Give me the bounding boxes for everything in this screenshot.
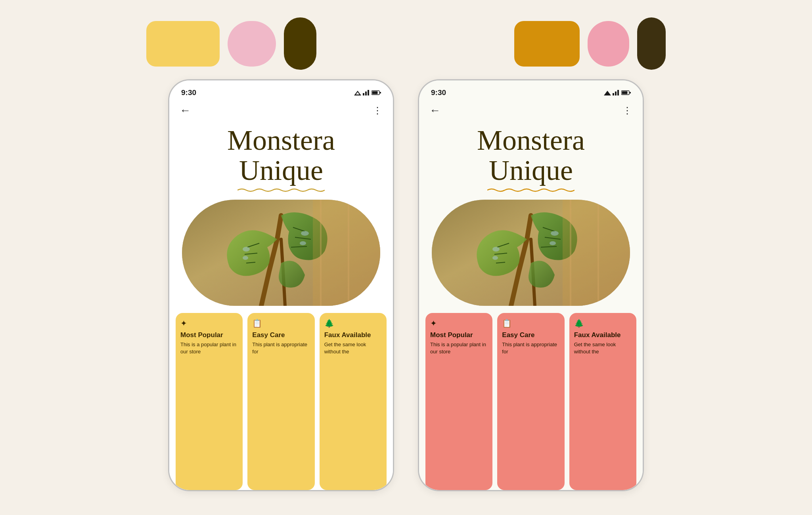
plant-image-section-right — [419, 193, 643, 306]
right-palette — [514, 17, 666, 70]
card-desc-faux-right: Get the same look without the — [574, 341, 632, 355]
card-icon-popular-right: ✦ — [430, 319, 488, 328]
back-button-right[interactable]: ← — [429, 104, 440, 117]
card-title-faux-left: Faux Available — [324, 331, 382, 339]
title-underline-left — [237, 188, 325, 193]
svg-rect-16 — [313, 200, 380, 306]
phone-left: 9:30 — [168, 79, 394, 491]
left-swatch-1 — [146, 21, 220, 67]
card-desc-care-left: This plant is appropriate for — [252, 341, 310, 355]
card-icon-care-right: 📋 — [502, 319, 559, 328]
svg-rect-2 — [363, 93, 364, 95]
left-palette — [146, 17, 316, 70]
wifi-icon-left — [354, 90, 361, 95]
wifi-icon-right — [604, 90, 611, 95]
card-title-care-right: Easy Care — [502, 331, 559, 339]
nav-bar-left[interactable]: ← ⋮ — [169, 100, 393, 119]
signal-icon-right — [613, 90, 620, 95]
card-icon-popular-left: ✦ — [180, 319, 238, 328]
back-button-left[interactable]: ← — [180, 104, 191, 117]
right-swatch-3 — [637, 17, 666, 70]
card-most-popular-left: ✦ Most Popular This is a popular plant i… — [176, 313, 243, 490]
card-title-popular-right: Most Popular — [430, 331, 488, 339]
svg-rect-32 — [563, 200, 630, 306]
page-container: 9:30 — [0, 0, 812, 515]
svg-point-26 — [551, 231, 559, 236]
card-most-popular-right: ✦ Most Popular This is a popular plant i… — [425, 313, 492, 490]
card-desc-faux-left: Get the same look without the — [324, 341, 382, 355]
nav-bar-right[interactable]: ← ⋮ — [419, 100, 643, 119]
left-swatch-2 — [228, 21, 276, 67]
svg-rect-20 — [617, 90, 619, 95]
battery-icon-right — [621, 90, 631, 95]
svg-point-29 — [492, 256, 498, 260]
phones-row: 9:30 — [0, 79, 812, 515]
plant-image-container-right — [432, 200, 630, 306]
battery-icon-left — [372, 90, 381, 95]
card-title-faux-right: Faux Available — [574, 331, 632, 339]
svg-point-28 — [492, 247, 500, 252]
svg-rect-19 — [615, 92, 617, 95]
time-left: 9:30 — [181, 88, 196, 97]
more-menu-left[interactable]: ⋮ — [373, 105, 383, 116]
right-swatch-2 — [588, 21, 629, 67]
card-faux-right: 🌲 Faux Available Get the same look witho… — [569, 313, 636, 490]
card-easy-care-right: 📋 Easy Care This plant is appropriate fo… — [497, 313, 564, 490]
swatches-row — [0, 0, 812, 79]
more-menu-right[interactable]: ⋮ — [622, 105, 632, 116]
svg-rect-6 — [372, 92, 378, 94]
svg-rect-7 — [380, 92, 381, 93]
status-icons-right — [604, 90, 631, 95]
right-swatch-1 — [514, 21, 580, 67]
svg-point-10 — [301, 231, 309, 236]
phone-right: 9:30 — [418, 79, 644, 491]
title-underline-right — [487, 188, 575, 193]
svg-point-11 — [300, 241, 306, 245]
card-icon-faux-right: 🌲 — [574, 319, 632, 328]
svg-rect-22 — [622, 92, 628, 94]
card-easy-care-left: 📋 Easy Care This plant is appropriate fo… — [247, 313, 314, 490]
status-bar-right: 9:30 — [419, 80, 643, 100]
plant-image-container-left — [182, 200, 380, 306]
card-desc-popular-left: This is a popular plant in our store — [180, 341, 238, 355]
cards-section-left: ✦ Most Popular This is a popular plant i… — [169, 306, 393, 490]
card-icon-faux-left: 🌲 — [324, 319, 382, 328]
svg-rect-4 — [368, 90, 369, 95]
card-faux-left: 🌲 Faux Available Get the same look witho… — [320, 313, 387, 490]
status-icons-left — [354, 90, 381, 95]
svg-rect-18 — [613, 93, 614, 95]
card-title-care-left: Easy Care — [252, 331, 310, 339]
svg-point-12 — [243, 247, 250, 252]
svg-point-27 — [550, 241, 556, 245]
time-right: 9:30 — [431, 88, 446, 97]
cards-section-right: ✦ Most Popular This is a popular plant i… — [419, 306, 643, 490]
svg-rect-23 — [630, 92, 631, 93]
signal-icon-left — [363, 90, 370, 95]
plant-title-left: MonsteraUnique — [169, 119, 393, 193]
plant-illustration-left — [182, 200, 380, 306]
plant-image-section-left — [169, 193, 393, 306]
svg-rect-3 — [365, 92, 367, 95]
card-desc-care-right: This plant is appropriate for — [502, 341, 559, 355]
card-icon-care-left: 📋 — [252, 319, 310, 328]
card-desc-popular-right: This is a popular plant in our store — [430, 341, 488, 355]
card-title-popular-left: Most Popular — [180, 331, 238, 339]
plant-title-right: MonsteraUnique — [419, 119, 643, 193]
plant-illustration-right — [432, 200, 630, 306]
left-swatch-3 — [284, 17, 316, 70]
status-bar-left: 9:30 — [169, 80, 393, 100]
svg-marker-17 — [604, 91, 611, 95]
svg-point-13 — [243, 256, 248, 260]
